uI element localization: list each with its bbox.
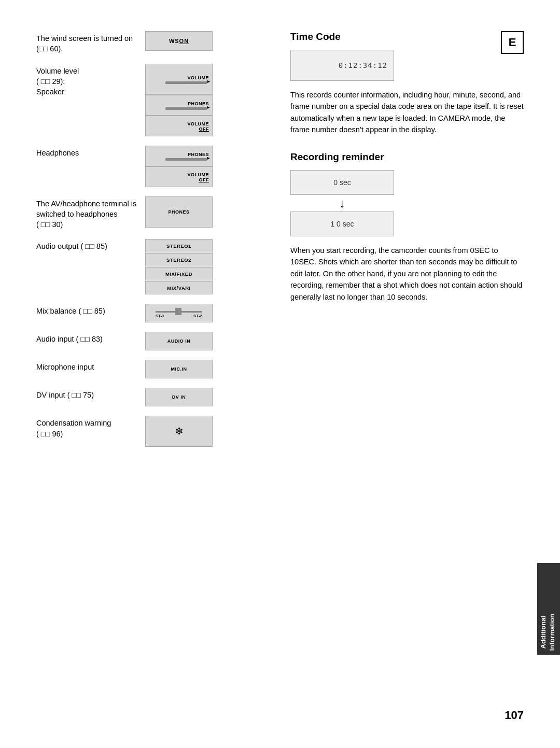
left-row-av-headphone: The AV/headphone terminal is switched to… <box>36 196 275 230</box>
left-row-volume: Volume level( □□ 29):Speaker VOLUME ► PH <box>36 64 275 136</box>
mix-fixed-lcd: MIX/FIXED <box>145 267 213 280</box>
stereo1-lcd: STEREO1 <box>145 239 213 252</box>
av-phones-lcd: PHONES <box>145 196 213 228</box>
vol-bar-row: ► <box>146 80 212 85</box>
volume-off-lcd: VOLUME OFF <box>145 116 213 136</box>
countdown-arrow: ↓ <box>339 197 345 209</box>
left-row-audio-output: Audio output ( □□ 85) STEREO1 STEREO2 MI… <box>36 239 275 294</box>
phones-lcd: PHONES ► <box>145 95 213 116</box>
volume-group: VOLUME ► PHONES ► <box>145 64 213 136</box>
phones-indicator: PHONES <box>146 100 212 106</box>
countdown-end-value: 1 0 sec <box>330 220 354 228</box>
stereo1-text: STEREO1 <box>166 243 191 249</box>
vol-bar: ► <box>165 81 207 84</box>
stereo2-lcd: STEREO2 <box>145 253 213 266</box>
recording-reminder-section: Recording reminder 0 sec ↓ 1 0 sec When … <box>290 151 524 303</box>
mix-vari-lcd: MIX/VARI <box>145 281 213 294</box>
audio-in-text: AUDIO IN <box>167 338 191 344</box>
phones-bar: ► <box>165 107 207 110</box>
right-column: Time Code 0:12:34:12 This records counte… <box>275 31 524 456</box>
headphones-volume-group: PHONES ► VOLUME OFF <box>145 146 213 187</box>
time-code-description: This records counter information, includ… <box>290 89 524 136</box>
hp-volume-off-lcd: VOLUME OFF <box>145 166 213 187</box>
windscreen-label: The wind screen is turned on (□□ 60). <box>36 31 140 54</box>
page-container: The wind screen is turned on (□□ 60). WS… <box>0 0 560 748</box>
time-code-value: 0:12:34:12 <box>339 61 387 69</box>
audio-output-label: Audio output ( □□ 85) <box>36 239 140 251</box>
recording-reminder-title: Recording reminder <box>290 151 524 163</box>
mix-slider <box>175 308 181 315</box>
condensation-label: Condensation warning( □□ 96) <box>36 416 140 439</box>
headphones-label: Headphones <box>36 146 140 158</box>
countdown-start-box: 0 sec <box>290 170 394 195</box>
av-phones-text: PHONES <box>168 209 189 215</box>
audio-input-label: Audio input ( □□ 83) <box>36 332 140 344</box>
left-row-condensation: Condensation warning( □□ 96) ❇ <box>36 416 275 447</box>
mix-balance-inner: ST-1 ST-2 <box>146 308 212 318</box>
left-row-windscreen: The wind screen is turned on (□□ 60). WS… <box>36 31 275 54</box>
volume-indicator: VOLUME <box>146 73 212 80</box>
stereo-group: STEREO1 STEREO2 MIX/FIXED MIX/VARI <box>145 239 213 294</box>
mix-vari-text: MIX/VARI <box>167 285 191 291</box>
mix-line <box>156 311 202 313</box>
speaker-lcd: VOLUME ► <box>145 64 213 95</box>
countdown-end-box: 1 0 sec <box>290 211 394 236</box>
left-row-headphones: Headphones PHONES ► VOLUME OFF <box>36 146 275 187</box>
wson-text: WSON <box>169 38 189 44</box>
dv-in-lcd: DV IN <box>145 388 213 406</box>
mic-label: Microphone input <box>36 360 140 372</box>
left-row-dv: DV input ( □□ 75) DV IN <box>36 388 275 406</box>
mix-balance-label: Mix balance ( □□ 85) <box>36 304 140 316</box>
hp-phones-indicator: PHONES <box>146 150 212 157</box>
windscreen-lcd: WSON <box>145 31 213 51</box>
hp-bar: ► <box>165 158 207 161</box>
condensation-icon: ❇ <box>175 426 183 437</box>
left-row-audio-input: Audio input ( □□ 83) AUDIO IN <box>36 332 275 350</box>
time-code-title: Time Code <box>290 31 524 43</box>
left-row-mic: Microphone input MIC.IN <box>36 360 275 378</box>
hp-bar-row: ► <box>146 157 212 162</box>
audio-in-lcd: AUDIO IN <box>145 332 213 350</box>
countdown-display: 0 sec ↓ 1 0 sec <box>290 170 394 236</box>
mic-in-lcd: MIC.IN <box>145 360 213 378</box>
time-code-section: Time Code 0:12:34:12 This records counte… <box>290 31 524 136</box>
av-headphone-label: The AV/headphone terminal is switched to… <box>36 196 140 230</box>
mic-in-text: MIC.IN <box>171 366 187 372</box>
condensation-lcd: ❇ <box>145 416 213 447</box>
st1-label: ST-1 <box>156 314 164 318</box>
volume-label: Volume level( □□ 29):Speaker <box>36 64 140 97</box>
main-content: The wind screen is turned on (□□ 60). WS… <box>36 31 524 456</box>
recording-reminder-description: When you start recording, the camcorder … <box>290 245 524 303</box>
stereo2-text: STEREO2 <box>166 257 191 263</box>
st2-label: ST-2 <box>193 314 202 318</box>
left-column: The wind screen is turned on (□□ 60). WS… <box>36 31 275 456</box>
dv-in-text: DV IN <box>172 394 186 400</box>
countdown-start-value: 0 sec <box>333 178 351 187</box>
dv-label: DV input ( □□ 75) <box>36 388 140 400</box>
mix-balance-lcd: ST-1 ST-2 <box>145 304 213 322</box>
phones-bar-row: ► <box>146 106 212 111</box>
left-row-mix-balance: Mix balance ( □□ 85) ST-1 ST-2 <box>36 304 275 322</box>
mix-fixed-text: MIX/FIXED <box>165 271 192 277</box>
time-code-display: 0:12:34:12 <box>290 50 394 81</box>
headphones-phones-lcd: PHONES ► <box>145 146 213 166</box>
